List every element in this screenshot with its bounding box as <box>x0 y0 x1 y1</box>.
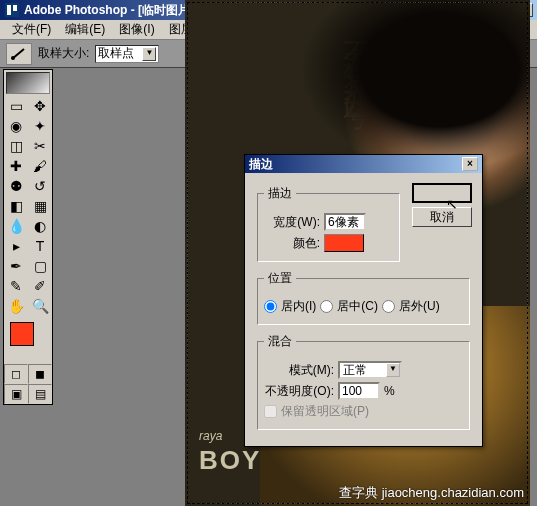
menu-edit[interactable]: 编辑(E) <box>59 19 111 40</box>
blur-tool[interactable]: 💧 <box>4 216 28 236</box>
dodge-tool[interactable]: ◐ <box>28 216 52 236</box>
cancel-button[interactable]: 取消 <box>412 207 472 227</box>
preserve-trans-checkbox[interactable]: 保留透明区域(P) <box>264 403 369 420</box>
svg-rect-1 <box>7 5 11 15</box>
menu-image[interactable]: 图像(I) <box>113 19 160 40</box>
app-icon <box>4 2 20 18</box>
opacity-input[interactable] <box>338 382 380 400</box>
mode-value: 正常 <box>343 362 367 379</box>
hand-tool[interactable]: ✋ <box>4 296 28 316</box>
position-group: 位置 居内(I) 居中(C) 居外(U) <box>257 270 470 325</box>
stroke-group: 描边 宽度(W): 颜色: <box>257 185 400 262</box>
zoom-tool[interactable]: 🔍 <box>28 296 52 316</box>
dialog-title: 描边 <box>249 156 273 173</box>
brush-tool[interactable]: 🖌 <box>28 156 52 176</box>
stamp-tool[interactable]: ⚉ <box>4 176 28 196</box>
shape-tool[interactable]: ▢ <box>28 256 52 276</box>
type-tool[interactable]: T <box>28 236 52 256</box>
path-tool[interactable]: ▸ <box>4 236 28 256</box>
menu-file[interactable]: 文件(F) <box>6 19 57 40</box>
dialog-titlebar[interactable]: 描边 × <box>245 155 482 173</box>
opacity-label: 不透明度(O): <box>264 383 334 400</box>
heal-tool[interactable]: ✚ <box>4 156 28 176</box>
color-swatch[interactable] <box>324 234 364 252</box>
crop-tool[interactable]: ◫ <box>4 136 28 156</box>
color-label: 颜色: <box>264 235 320 252</box>
sample-size-label: 取样大小: <box>38 45 89 62</box>
pos-outside-radio[interactable]: 居外(U) <box>382 298 440 315</box>
pos-center-radio[interactable]: 居中(C) <box>320 298 378 315</box>
svg-point-3 <box>11 56 15 60</box>
eyedropper-tool[interactable]: ✐ <box>28 276 52 296</box>
logo-big: BOY <box>199 445 261 475</box>
watermark-text: 查字典 jiaocheng.chazidian.com <box>339 484 524 502</box>
blend-group: 混合 模式(M): 正常 ▼ 不透明度(O): % 保留透明区域(P) <box>257 333 470 430</box>
quickmask-off-icon[interactable]: ◻ <box>4 364 28 384</box>
preserve-trans-label: 保留透明区域(P) <box>281 403 369 420</box>
tool-preview-swatch <box>6 72 50 94</box>
color-swatches[interactable] <box>8 320 48 360</box>
logo-small: raya <box>199 429 222 443</box>
screenmode-std-icon[interactable]: ▣ <box>4 384 28 404</box>
marquee-tool[interactable]: ▭ <box>4 96 28 116</box>
toolbox: ▭ ✥ ◉ ✦ ◫ ✂ ✚ 🖌 ⚉ ↺ ◧ ▦ 💧 ◐ ▸ T ✒ ▢ ✎ ✐ … <box>3 69 53 405</box>
svg-rect-2 <box>13 5 17 11</box>
gradient-tool[interactable]: ▦ <box>28 196 52 216</box>
fg-color-swatch[interactable] <box>10 322 34 346</box>
pen-tool[interactable]: ✒ <box>4 256 28 276</box>
chevron-down-icon: ▼ <box>386 363 400 377</box>
notes-tool[interactable]: ✎ <box>4 276 28 296</box>
sample-size-value: 取样点 <box>98 45 134 62</box>
tool-preset-icon[interactable] <box>6 43 32 65</box>
blend-group-label: 混合 <box>264 333 296 350</box>
move-tool[interactable]: ✥ <box>28 96 52 116</box>
lasso-tool[interactable]: ◉ <box>4 116 28 136</box>
history-brush-tool[interactable]: ↺ <box>28 176 52 196</box>
pos-outside-label: 居外(U) <box>399 298 440 315</box>
pos-inside-label: 居内(I) <box>281 298 316 315</box>
opacity-suffix: % <box>384 384 395 398</box>
wand-tool[interactable]: ✦ <box>28 116 52 136</box>
quickmask-on-icon[interactable]: ◼ <box>28 364 52 384</box>
ok-button[interactable]: ↖ <box>412 183 472 203</box>
slice-tool[interactable]: ✂ <box>28 136 52 156</box>
width-input[interactable] <box>324 213 366 231</box>
position-group-label: 位置 <box>264 270 296 287</box>
pos-center-label: 居中(C) <box>337 298 378 315</box>
chevron-down-icon: ▼ <box>142 47 156 61</box>
mode-combo[interactable]: 正常 ▼ <box>338 361 402 379</box>
eraser-tool[interactable]: ◧ <box>4 196 28 216</box>
width-label: 宽度(W): <box>264 214 320 231</box>
stroke-dialog: 描边 × ↖ 取消 描边 宽度(W): 颜色: 位置 居内(I) 居中(C) <box>244 154 483 447</box>
pos-inside-radio[interactable]: 居内(I) <box>264 298 316 315</box>
screenmode-full-icon[interactable]: ▤ <box>28 384 52 404</box>
stroke-group-label: 描边 <box>264 185 296 202</box>
sample-size-combo[interactable]: 取样点 ▼ <box>95 45 159 63</box>
dialog-close-button[interactable]: × <box>462 157 478 171</box>
mode-label: 模式(M): <box>264 362 334 379</box>
